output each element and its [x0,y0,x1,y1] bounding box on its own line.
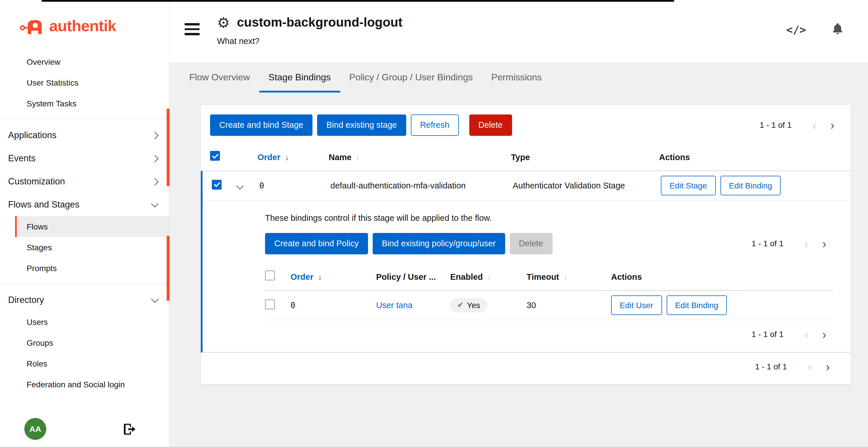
collapse-row-icon[interactable] [236,182,243,189]
content-area: Create and bind Stage Bind existing stag… [169,93,868,448]
sidebar-item-prompts[interactable]: Prompts [0,258,169,279]
column-header-timeout[interactable]: Timeout ↕ [527,272,611,281]
column-header-policy-actions: Actions [611,272,833,281]
sidebar-item-users[interactable]: Users [0,312,169,333]
bind-existing-stage-button[interactable]: Bind existing stage [317,114,406,136]
hamburger-menu-button[interactable] [185,23,199,37]
expanded-stage-detail: These bindings control if this stage wil… [203,201,850,352]
pagination-label: 1 - 1 of 1 [751,239,783,248]
policy-row-checkbox[interactable] [265,299,275,309]
select-all-checkbox[interactable] [210,151,220,161]
pagination-next-icon[interactable]: › [815,238,833,250]
flow-stage-icon: ⚙ [217,15,230,30]
bindings-description: These bindings control if this stage wil… [265,213,833,222]
sidebar-item-groups[interactable]: Groups [0,333,169,353]
policy-order-value: 0 [290,300,376,310]
title-block: ⚙ custom-background-logout What next? [217,0,402,62]
sidebar-section-events[interactable]: Events [0,147,169,170]
delete-button[interactable]: Delete [469,114,512,136]
policy-user-link[interactable]: User tana [376,300,412,310]
pagination-top: 1 - 1 of 1 ‹ › [760,119,841,131]
timeout-value: 30 [527,300,611,310]
policy-select-all-checkbox[interactable] [265,271,275,280]
sidebar-active-section-indicator [167,236,169,301]
column-header-type: Type [511,152,659,162]
sidebar: authentik Overview User Statistics Syste… [0,0,169,448]
sidebar-item-flows[interactable]: Flows [15,216,169,237]
column-header-policy-order[interactable]: Order ↓ [290,272,376,281]
edit-binding-button[interactable]: Edit Binding [720,176,781,195]
sidebar-section-label: Customization [8,176,65,187]
notification-bell-icon[interactable] [832,22,844,37]
pagination-prev-icon[interactable]: ‹ [806,119,824,131]
policy-toolbar: Create and bind Policy Bind existing pol… [265,233,833,264]
enabled-status-badge: ✔ Yes [450,298,487,312]
column-header-policy-user[interactable]: Policy / User ... [376,272,450,281]
sidebar-item-overview[interactable]: Overview [0,51,169,72]
pagination-label: 1 - 1 of 1 [755,362,787,371]
sidebar-section-customization[interactable]: Customization [0,170,169,193]
column-header-name[interactable]: Name ↕ [329,152,511,162]
row-checkbox[interactable] [212,180,222,189]
stage-order-value: 0 [259,181,331,190]
authentik-logo[interactable]: authentik [0,0,169,49]
sidebar-section-directory[interactable]: Directory [0,288,169,312]
pagination-next-icon[interactable]: › [815,328,833,340]
sidebar-section-label: Flows and Stages [8,200,79,210]
sidebar-item-user-statistics[interactable]: User Statistics [0,72,169,93]
sidebar-item-stages[interactable]: Stages [0,237,169,258]
policy-table-row: 0 User tana ✔ Yes 30 [265,290,833,320]
pagination-prev-icon[interactable]: ‹ [797,238,815,250]
authentik-logo-icon [20,18,45,35]
edit-user-button[interactable]: Edit User [611,295,662,315]
pagination-next-icon[interactable]: › [819,360,837,373]
sidebar-item-federation-social-login[interactable]: Federation and Social login [0,374,169,395]
bind-existing-policy-button[interactable]: Bind existing policy/group/user [373,233,505,254]
stage-toolbar: Create and bind Stage Bind existing stag… [201,105,850,144]
pagination-prev-icon[interactable]: ‹ [797,328,815,340]
sidebar-section-flows-and-stages[interactable]: Flows and Stages [0,193,169,216]
sidebar-section-label: Events [8,153,36,164]
tab-policy-group-user-bindings[interactable]: Policy / Group / User Bindings [340,62,482,93]
chevron-right-icon [151,154,158,162]
tab-stage-bindings[interactable]: Stage Bindings [259,62,340,93]
pagination-bottom: 1 - 1 of 1 ‹ › [755,360,837,373]
logout-icon[interactable] [123,423,136,435]
sidebar-item-system-tasks[interactable]: System Tasks [0,93,169,114]
edit-stage-button[interactable]: Edit Stage [661,176,715,195]
column-header-enabled[interactable]: Enabled ↕ [450,272,527,281]
header-icons: </> [786,0,844,37]
chevron-right-icon [151,178,158,185]
refresh-button[interactable]: Refresh [411,114,459,136]
stage-table-row: 0 default-authentication-mfa-validation … [203,171,850,201]
tab-flow-overview[interactable]: Flow Overview [180,62,259,93]
policy-pagination-bottom-row: 1 - 1 of 1 ‹ › [265,320,833,352]
stage-table-header: Order ↓ Name ↕ Type Actions [201,144,850,171]
page-title: custom-background-logout [237,15,402,30]
app-window: authentik Overview User Statistics Syste… [0,0,868,448]
policy-pagination-top: 1 - 1 of 1 ‹ › [751,238,833,250]
sidebar-item-roles[interactable]: Roles [0,353,169,374]
sidebar-active-section-indicator [167,109,169,186]
stage-type-value: Authenticator Validation Stage [513,181,661,190]
tab-bar: Flow Overview Stage Bindings Policy / Gr… [169,62,868,93]
column-header-order[interactable]: Order ↓ [257,152,329,162]
sort-icon: ↕ [488,273,491,281]
stage-card-footer: 1 - 1 of 1 ‹ › [201,352,850,384]
page-header: ⚙ custom-background-logout What next? </… [169,0,868,62]
pagination-label: 1 - 1 of 1 [751,330,783,339]
pagination-next-icon[interactable]: › [824,119,841,131]
edit-policy-binding-button[interactable]: Edit Binding [666,295,727,315]
sidebar-section-applications[interactable]: Applications [0,124,169,147]
policy-pagination-bottom: 1 - 1 of 1 ‹ › [751,328,833,340]
pagination-prev-icon[interactable]: ‹ [801,360,819,373]
avatar[interactable]: AA [24,418,46,440]
create-and-bind-policy-button[interactable]: Create and bind Policy [265,233,368,254]
sidebar-section-label: Directory [8,295,44,305]
sidebar-footer: AA [0,418,169,448]
tab-permissions[interactable]: Permissions [482,62,551,93]
api-drawer-icon[interactable]: </> [786,23,806,36]
stage-row-group: 0 default-authentication-mfa-validation … [201,171,850,353]
create-and-bind-stage-button[interactable]: Create and bind Stage [210,114,312,136]
delete-policy-binding-button[interactable]: Delete [509,233,552,254]
